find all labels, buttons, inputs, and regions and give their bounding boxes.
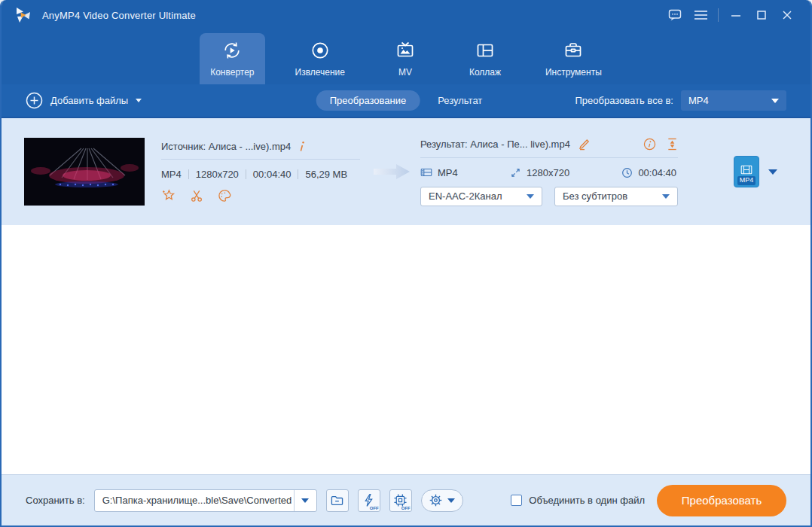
- file-row[interactable]: Источник: Алиса - ...ive).mp4 MP4 1280x7…: [2, 118, 810, 225]
- nav-tab-label: Коллаж: [469, 67, 501, 78]
- save-path-value: G:\Папка-хранилище...ble\Save\Converted: [95, 495, 294, 506]
- menu-icon[interactable]: [688, 0, 713, 30]
- output-format-group: MP4: [734, 156, 777, 187]
- merge-label: Объединить в один файл: [529, 495, 645, 506]
- content-area: Источник: Алиса - ...ive).mp4 MP4 1280x7…: [2, 117, 810, 474]
- merge-checkbox[interactable]: [511, 495, 522, 506]
- convert-all-format-select[interactable]: MP4: [681, 90, 786, 111]
- nav-tab-label: Извлечение: [295, 67, 345, 78]
- nav-tab-collage[interactable]: Коллаж: [455, 33, 515, 84]
- collage-icon: [475, 39, 496, 62]
- output-block: Результат: Алиса - Пе... live).mp4: [420, 138, 678, 206]
- output-info-icon[interactable]: [643, 138, 656, 151]
- save-to-label: Сохранить в:: [26, 495, 85, 506]
- video-thumbnail: [24, 138, 145, 206]
- output-divider: [420, 157, 678, 158]
- file-list-empty-space: [2, 225, 810, 474]
- close-button[interactable]: [774, 0, 800, 30]
- titlebar-divider: [718, 8, 719, 22]
- subtitle-select[interactable]: Без субтитров: [554, 187, 678, 206]
- rename-icon[interactable]: [578, 138, 591, 151]
- gpu-acceleration-button[interactable]: OFF: [389, 489, 412, 512]
- chevron-down-icon: [771, 99, 779, 103]
- toolbar: Добавить файлы Преобразование Результат …: [2, 84, 810, 117]
- cut-icon[interactable]: [189, 188, 204, 203]
- audio-track-select[interactable]: EN-AAC-2Канал: [420, 187, 542, 206]
- bottombar: Сохранить в: G:\Папка-хранилище...ble\Sa…: [2, 474, 810, 525]
- chevron-down-icon: [662, 194, 670, 199]
- add-files-label: Добавить файлы: [50, 95, 128, 106]
- app-window: AnyMP4 Video Converter Ultimate: [0, 0, 812, 527]
- output-meta: MP4 1280x720: [420, 167, 678, 178]
- save-path-combo[interactable]: G:\Папка-хранилище...ble\Save\Converted: [94, 489, 317, 512]
- chevron-down-icon: [527, 194, 534, 199]
- output-resolution: 1280x720: [527, 167, 569, 178]
- duration-clock-icon: [621, 167, 633, 178]
- source-format: MP4: [161, 169, 182, 180]
- nav-tab-mv[interactable]: MV: [375, 33, 435, 84]
- source-title: Источник: Алиса - ...ive).mp4: [161, 141, 291, 152]
- tab-converted[interactable]: Результат: [424, 90, 496, 111]
- effect-palette-icon[interactable]: [217, 188, 232, 203]
- toolbox-icon: [563, 39, 584, 62]
- tab-converting[interactable]: Преобразование: [316, 90, 420, 111]
- resolution-icon: [510, 167, 521, 178]
- maximize-button[interactable]: [749, 0, 774, 30]
- audio-track-value: EN-AAC-2Канал: [429, 190, 502, 202]
- output-duration: 00:04:40: [638, 167, 676, 178]
- settings-button[interactable]: [421, 489, 463, 512]
- output-format-badge: MP4: [737, 176, 756, 185]
- record-icon: [310, 39, 331, 62]
- nav-tab-converter[interactable]: Конвертер: [200, 33, 264, 84]
- format-chevron-down-icon[interactable]: [768, 169, 777, 175]
- output-title: Результат: Алиса - Пе... live).mp4: [420, 139, 570, 150]
- convert-button[interactable]: Преобразовать: [657, 485, 786, 516]
- source-size: 56,29 MB: [305, 169, 347, 180]
- output-format-button[interactable]: MP4: [734, 156, 759, 187]
- hw-off-label: OFF: [370, 506, 379, 510]
- source-duration: 00:04:40: [253, 169, 292, 180]
- save-path-dropdown[interactable]: [294, 490, 316, 511]
- main-nav: Конвертер Извлечение MV: [2, 30, 810, 84]
- convert-all-format-value: MP4: [688, 95, 709, 106]
- merge-group: Объединить в один файл: [511, 495, 645, 506]
- nav-tab-label: MV: [398, 67, 412, 78]
- gear-icon: [429, 493, 443, 507]
- mv-icon: [395, 39, 416, 62]
- nav-tab-label: Конвертер: [210, 67, 254, 78]
- nav-tab-toolbox[interactable]: Инструменты: [535, 33, 612, 84]
- nav-tab-ripper[interactable]: Извлечение: [285, 33, 356, 84]
- source-resolution: 1280x720: [196, 169, 239, 180]
- source-meta: MP4 1280x720 00:04:40 56,29 MB: [161, 169, 360, 180]
- view-tabs: Преобразование Результат: [316, 90, 496, 111]
- open-folder-button[interactable]: [326, 489, 349, 512]
- chevron-down-icon: [136, 99, 142, 102]
- titlebar: AnyMP4 Video Converter Ultimate: [2, 0, 810, 30]
- edit-effects-icon[interactable]: [161, 188, 176, 203]
- flow-arrow-icon: [372, 162, 411, 181]
- output-format: MP4: [438, 167, 458, 178]
- convert-all-label: Преобразовать все в:: [575, 95, 673, 106]
- add-icon: [26, 92, 43, 109]
- app-logo-icon: [14, 5, 33, 25]
- converter-icon: [221, 39, 243, 62]
- source-block: Источник: Алиса - ...ive).mp4 MP4 1280x7…: [161, 141, 360, 203]
- source-divider: [161, 159, 360, 160]
- convert-all-group: Преобразовать все в: MP4: [575, 90, 786, 111]
- compress-icon[interactable]: [667, 138, 678, 151]
- app-title: AnyMP4 Video Converter Ultimate: [42, 10, 196, 21]
- nav-tab-label: Инструменты: [545, 67, 602, 78]
- add-files-button[interactable]: Добавить файлы: [26, 92, 142, 109]
- subtitle-value: Без субтитров: [563, 190, 627, 202]
- chevron-down-icon: [301, 498, 309, 503]
- feedback-icon[interactable]: [662, 0, 688, 30]
- format-film-icon: [420, 167, 432, 178]
- gpu-off-label: OFF: [401, 506, 411, 510]
- minimize-button[interactable]: [723, 0, 749, 30]
- hardware-acceleration-button[interactable]: OFF: [358, 489, 380, 512]
- chevron-down-icon: [447, 498, 455, 503]
- source-info-icon[interactable]: [298, 141, 306, 152]
